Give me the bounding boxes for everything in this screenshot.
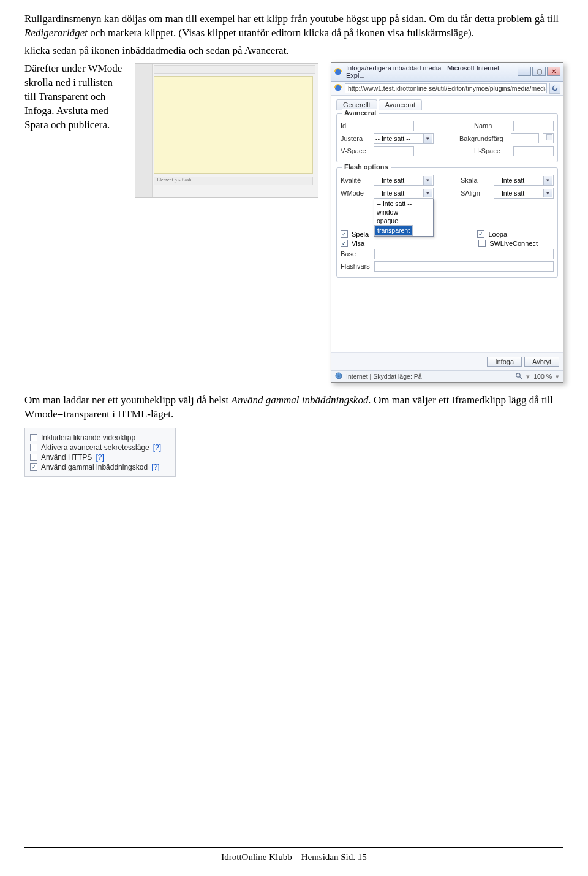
label-yt-privacy: Aktivera avancerat sekretessläge bbox=[41, 443, 149, 452]
dialog-titlebar: Infoga/redigera inbäddad media - Microso… bbox=[331, 63, 563, 82]
select-kvalite-value: -- Inte satt -- bbox=[375, 177, 410, 184]
close-button[interactable]: ✕ bbox=[547, 67, 560, 76]
wmode-dropdown-list: -- Inte satt -- window opaque transparen… bbox=[374, 199, 434, 237]
maximize-button[interactable]: ▢ bbox=[532, 67, 546, 76]
checkbox-yt-similar[interactable] bbox=[30, 434, 37, 441]
chevron-down-icon: ▾ bbox=[423, 189, 432, 197]
input-namn[interactable] bbox=[513, 121, 554, 131]
label-yt-oldembed: Använd gammal inbäddningskod bbox=[41, 463, 148, 471]
editor-canvas bbox=[154, 76, 313, 174]
dialog-body: Generellt Avancerat Avancerat Id Namn Ju… bbox=[331, 96, 563, 352]
tab-generellt[interactable]: Generellt bbox=[336, 99, 377, 110]
wmode-option-transparent[interactable]: transparent bbox=[374, 225, 413, 236]
dialog-statusbar: Internet | Skyddat läge: På ▾ 100 % ▾ bbox=[331, 370, 563, 382]
help-link-https[interactable]: [?] bbox=[96, 453, 104, 462]
status-text: Internet | Skyddat läge: På bbox=[346, 373, 422, 380]
wmode-option-window[interactable]: window bbox=[374, 208, 433, 216]
select-justera[interactable]: -- Inte satt --▾ bbox=[374, 133, 434, 144]
ie-icon bbox=[334, 83, 342, 93]
color-picker-button[interactable] bbox=[543, 133, 554, 143]
editor-window: Element p » flash bbox=[135, 63, 318, 198]
minimize-button[interactable]: – bbox=[518, 67, 531, 76]
p4-b: Använd gammal inbäddningskod. bbox=[232, 394, 371, 406]
footer-rule bbox=[24, 847, 564, 848]
svg-line-4 bbox=[520, 376, 522, 379]
p1-c: och markera klippet. (Visas klippet utan… bbox=[88, 27, 474, 39]
url-field[interactable]: http://www1.test.idrottonline.se/util/Ed… bbox=[345, 83, 547, 93]
input-id[interactable] bbox=[374, 121, 414, 131]
input-base[interactable] bbox=[374, 249, 554, 259]
figure-row: Därefter under WMode skrolla ned i rulli… bbox=[24, 62, 564, 383]
input-hspace[interactable] bbox=[513, 146, 554, 156]
label-yt-https: Använd HTTPS bbox=[41, 453, 92, 462]
zoom-value: 100 % bbox=[533, 373, 552, 380]
label-yt-similar: Inkludera liknande videoklipp bbox=[41, 433, 135, 442]
dialog-empty-space bbox=[336, 283, 558, 350]
input-bakgrund[interactable] bbox=[511, 133, 539, 143]
checkbox-swlive[interactable] bbox=[478, 240, 486, 247]
chevron-down-icon: ▾ bbox=[423, 176, 432, 185]
checkbox-yt-privacy[interactable] bbox=[30, 444, 37, 451]
select-skala[interactable]: -- Inte satt --▾ bbox=[494, 175, 554, 186]
paragraph-2: klicka sedan på ikonen inbäddadmedia och… bbox=[24, 44, 564, 58]
editor-sidebar bbox=[135, 64, 153, 197]
help-link-oldembed[interactable]: [?] bbox=[151, 463, 159, 471]
label-spela: Spela bbox=[352, 230, 369, 238]
label-swlive: SWLiveConnect bbox=[489, 240, 538, 247]
media-dialog: Infoga/redigera inbäddad media - Microso… bbox=[331, 62, 564, 383]
help-link-privacy[interactable]: [?] bbox=[153, 443, 161, 452]
panel-avancerat-legend: Avancerat bbox=[342, 109, 379, 116]
window-buttons: – ▢ ✕ bbox=[518, 67, 560, 76]
paragraph-1: Rullgardinsmenyn kan döljas om man till … bbox=[24, 12, 564, 40]
p1-a: Rullgardinsmenyn kan döljas om man till … bbox=[24, 13, 559, 25]
dialog-tabs: Generellt Avancerat bbox=[336, 99, 558, 110]
chevron-down-icon: ▾ bbox=[543, 189, 552, 197]
label-loopa: Loopa bbox=[488, 230, 507, 238]
checkbox-loopa[interactable] bbox=[477, 230, 484, 238]
p4-a: Om man laddar ner ett youtubeklipp välj … bbox=[24, 394, 232, 406]
editor-statusbar: Element p » flash bbox=[154, 177, 313, 185]
paragraph-3: Därefter under WMode skrolla ned i rulli… bbox=[24, 62, 123, 132]
infoga-button[interactable]: Infoga bbox=[487, 357, 522, 367]
chevron-down-icon: ▾ bbox=[543, 176, 552, 185]
globe-icon bbox=[335, 372, 342, 381]
page-footer: IdrottOnline Klubb – Hemsidan Sid. 15 bbox=[0, 852, 588, 863]
select-kvalite[interactable]: -- Inte satt --▾ bbox=[374, 175, 434, 186]
label-namn: Namn bbox=[474, 122, 510, 129]
dialog-footer: Infoga Avbryt bbox=[331, 352, 563, 370]
tab-avancerat[interactable]: Avancerat bbox=[379, 99, 422, 110]
wmode-option-opaque[interactable]: opaque bbox=[374, 216, 433, 225]
paragraph-4: Om man laddar ner ett youtubeklipp välj … bbox=[24, 394, 564, 422]
label-base: Base bbox=[341, 250, 371, 257]
label-kvalite: Kvalité bbox=[341, 177, 370, 184]
label-flashvars: Flashvars bbox=[341, 262, 371, 270]
youtube-options-box: Inkludera liknande videoklipp Aktivera a… bbox=[24, 428, 176, 477]
label-visa: Visa bbox=[352, 240, 364, 247]
checkbox-spela[interactable] bbox=[341, 230, 348, 238]
dialog-url-bar: http://www1.test.idrottonline.se/util/Ed… bbox=[331, 82, 563, 96]
select-skala-value: -- Inte satt -- bbox=[496, 177, 530, 184]
input-vspace[interactable] bbox=[374, 146, 414, 156]
panel-flash: Flash options Kvalité -- Inte satt --▾ S… bbox=[336, 167, 558, 278]
label-skala: Skala bbox=[461, 177, 490, 184]
label-vspace: V-Space bbox=[341, 147, 370, 154]
avbryt-button[interactable]: Avbryt bbox=[524, 357, 559, 367]
refresh-button[interactable] bbox=[549, 83, 560, 94]
svg-point-3 bbox=[516, 373, 520, 377]
checkbox-yt-https[interactable] bbox=[30, 454, 37, 461]
wmode-option-notset[interactable]: -- Inte satt -- bbox=[374, 199, 433, 208]
checkbox-yt-oldembed[interactable] bbox=[30, 463, 37, 471]
checkbox-visa[interactable] bbox=[341, 240, 348, 247]
select-wmode[interactable]: -- Inte satt --▾ bbox=[374, 188, 434, 199]
panel-avancerat: Avancerat Id Namn Justera -- Inte satt -… bbox=[336, 113, 558, 162]
select-salign-value: -- Inte satt -- bbox=[496, 189, 530, 197]
select-justera-value: -- Inte satt -- bbox=[375, 135, 410, 142]
label-bakgrund: Bakgrundsfärg bbox=[459, 135, 507, 142]
label-hspace: H-Space bbox=[474, 147, 510, 154]
select-salign[interactable]: -- Inte satt --▾ bbox=[494, 188, 554, 199]
input-flashvars[interactable] bbox=[374, 261, 554, 272]
left-text-column: Därefter under WMode skrolla ned i rulli… bbox=[24, 62, 123, 136]
chevron-down-icon: ▾ bbox=[423, 134, 432, 143]
label-id: Id bbox=[341, 122, 370, 129]
label-justera: Justera bbox=[341, 135, 370, 142]
